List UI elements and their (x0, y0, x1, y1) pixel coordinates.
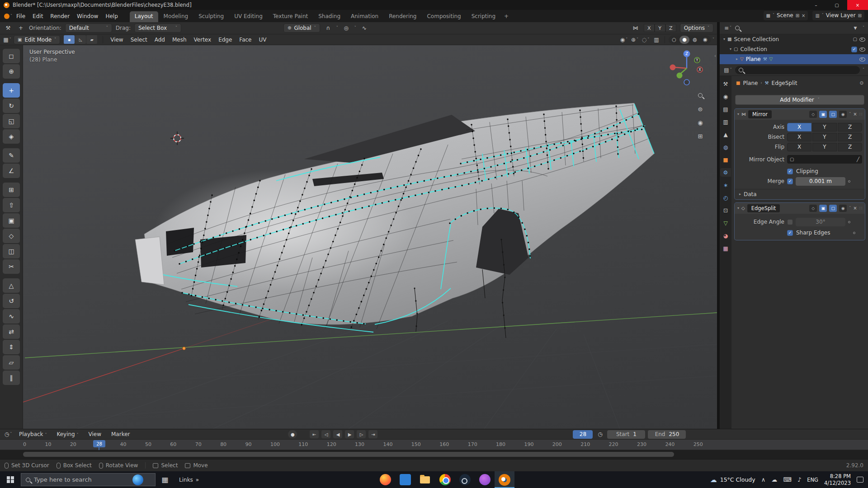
animate-dot[interactable] (853, 232, 855, 234)
workspace-tab[interactable]: Compositing (422, 11, 466, 22)
viewport-menu-item[interactable]: Face (236, 35, 255, 45)
menu-item[interactable]: Render (47, 11, 73, 21)
tab-physics[interactable]: ◴ (720, 193, 731, 202)
jump-to-start-button[interactable]: ⇤ (310, 430, 319, 438)
taskbar-app-steam[interactable] (455, 471, 475, 488)
tool-button[interactable]: + (3, 83, 20, 98)
tool-button[interactable]: ◫ (3, 244, 20, 258)
edgesplit-name-field[interactable]: EdgeSplit (747, 204, 780, 212)
blender-app-menu[interactable]: ˅ (4, 12, 13, 21)
workspace-tab[interactable]: Shading (313, 11, 345, 22)
tool-button[interactable]: ⊕ (3, 64, 20, 79)
tab-object-data[interactable]: ▽ (720, 219, 731, 227)
viewport-menu-item[interactable]: Edge (215, 35, 236, 45)
material-shading-button[interactable]: ◍ (690, 36, 700, 44)
taskbar-app-chrome[interactable] (435, 471, 455, 488)
tool-button[interactable]: ◇ (3, 229, 20, 243)
tool-button[interactable]: ⇧ (3, 198, 20, 212)
clock[interactable]: 8:28 PM4/12/2023 (824, 473, 851, 486)
mirror-object-field[interactable]: ▢ ╱ (787, 155, 862, 164)
transform-pivot-dropdown[interactable]: ⊕Global˅ (283, 23, 320, 33)
vertex-select-button[interactable]: ▪ (64, 35, 75, 44)
flip-x-toggle[interactable]: X (787, 143, 811, 151)
workspace-tab[interactable]: Modeling (159, 11, 193, 22)
start-button[interactable] (0, 471, 21, 488)
pan-button[interactable]: ⊜ (695, 104, 705, 114)
drag-handle-icon[interactable]: ∷ (859, 206, 862, 211)
tab-particles[interactable]: ∗ (720, 181, 731, 189)
zoom-button[interactable] (695, 90, 705, 100)
new-scene-button[interactable]: ⊞ (796, 13, 799, 18)
mirror-name-field[interactable]: Mirror (748, 110, 772, 118)
tool-button[interactable]: ⇕ (3, 340, 20, 354)
play-reverse-button[interactable]: ◀ (333, 430, 342, 438)
chevron-down-icon[interactable]: ˅ (863, 68, 864, 72)
add-workspace-button[interactable]: + (500, 11, 512, 22)
search-input[interactable] (34, 476, 129, 483)
task-view-button[interactable]: ▦ (156, 471, 175, 488)
outliner-row-scene-collection[interactable]: ▾ ▩ Scene Collection ▢ (720, 34, 868, 44)
toggle-render-icon[interactable]: ◉ (839, 111, 847, 118)
rendered-shading-button[interactable]: ◉ (700, 36, 710, 44)
clipping-checkbox[interactable]: ✓ (787, 169, 793, 174)
tool-button[interactable]: ▣ (3, 213, 20, 228)
chevron-down-icon[interactable]: ˅ (354, 26, 356, 30)
bisect-z-toggle[interactable]: Z (838, 133, 862, 141)
tool-button[interactable]: ↻ (3, 99, 20, 113)
marker-menu[interactable]: Marker (108, 429, 133, 439)
overlays-toggle[interactable]: ◌˅ (641, 35, 650, 44)
expand-icon[interactable]: ▾ (730, 47, 731, 51)
tool-button[interactable]: ⊞ (3, 183, 20, 197)
expand-icon[interactable]: ▸ (736, 57, 738, 61)
taskbar-app-firefox[interactable] (375, 471, 395, 488)
pin-icon[interactable]: ⊙ (860, 81, 863, 85)
bisect-x-toggle[interactable]: X (787, 133, 811, 141)
editor-type-button[interactable]: ▦˅ (3, 35, 12, 44)
properties-search[interactable] (735, 66, 860, 74)
ortho-toggle-button[interactable]: ⊞ (695, 131, 705, 141)
scrollbar-thumb[interactable] (23, 452, 674, 457)
face-select-button[interactable]: ▰ (86, 35, 97, 44)
workspace-tab[interactable]: Layout (130, 11, 158, 22)
view-menu[interactable]: View (85, 429, 105, 439)
mirror-axis-toggle[interactable]: Z (665, 24, 676, 32)
edgesplit-panel-header[interactable]: ▾ ◇ EdgeSplit ◇ ▣ ▢ ◉ ˅ × ∷ (735, 203, 865, 214)
volume-icon[interactable]: ♪ (797, 476, 801, 483)
workspace-tab[interactable]: Rendering (384, 11, 421, 22)
tab-material[interactable]: ◕ (720, 231, 731, 240)
wireframe-shading-button[interactable]: ○ (669, 36, 679, 44)
chevron-down-icon[interactable]: ˅ (712, 38, 714, 42)
viewport-3d[interactable]: User Perspective (28) Plane Z X Y ⊜ ◉ ⊞ … (23, 45, 717, 429)
cortana-icon[interactable] (132, 474, 143, 485)
extras-chevron-icon[interactable]: ˅ (849, 206, 851, 210)
end-frame-field[interactable]: End250 (648, 430, 686, 439)
tool-button[interactable]: ⇄ (3, 324, 20, 339)
merge-threshold-field[interactable]: 0.001 m (796, 177, 845, 186)
viewport-menu-item[interactable]: Mesh (169, 35, 190, 45)
taskbar-search[interactable] (21, 473, 156, 486)
toggle-editmode-icon[interactable]: ▣ (819, 111, 827, 118)
xray-toggle[interactable]: ▥ (652, 35, 661, 44)
minimize-button[interactable]: – (806, 0, 826, 10)
taskbar-app-explorer[interactable] (415, 471, 435, 488)
toggle-realtime-icon[interactable]: ▢ (829, 205, 837, 212)
new-view-layer-button[interactable]: ⊞ (858, 13, 862, 18)
timeline-scrollbar[interactable] (0, 450, 868, 459)
tool-button[interactable]: ▱ (3, 355, 20, 370)
animate-dot[interactable] (848, 221, 850, 223)
menu-item[interactable]: Edit (29, 11, 47, 21)
viewport-menu-item[interactable]: Vertex (190, 35, 215, 45)
workspace-tab[interactable]: UV Editing (229, 11, 268, 22)
edge-angle-checkbox[interactable] (787, 219, 793, 225)
bisect-y-toggle[interactable]: Y (812, 133, 837, 141)
flip-y-toggle[interactable]: Y (812, 143, 837, 151)
outliner-row-plane[interactable]: ▸ ▽ Plane ⚒ ▽ (720, 54, 868, 64)
toggle-realtime-icon[interactable]: ▢ (829, 111, 837, 118)
tab-constraints[interactable]: ⊡ (720, 206, 731, 215)
remove-modifier-icon[interactable]: × (853, 112, 857, 117)
view-layer-selector[interactable]: ▥ ˅ View Layer ⊞ (812, 11, 864, 20)
axis-x-toggle[interactable]: X (787, 123, 811, 131)
chevron-down-icon[interactable]: ˅ (863, 26, 864, 30)
merge-checkbox[interactable]: ✓ (787, 178, 793, 184)
taskbar-app-media[interactable] (475, 471, 495, 488)
